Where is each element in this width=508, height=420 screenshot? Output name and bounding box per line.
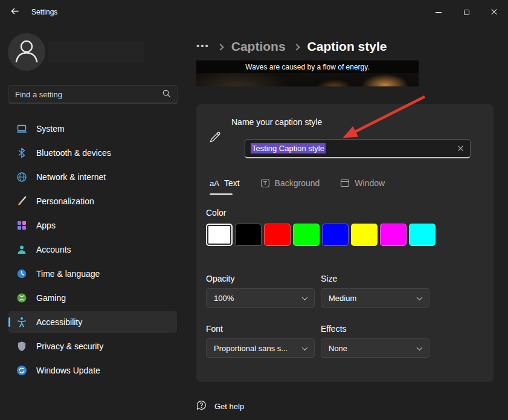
font-dropdown[interactable]: Proportional sans s... — [206, 338, 315, 358]
search-placeholder: Find a setting — [15, 90, 162, 99]
dropdown-value: 100% — [214, 294, 234, 303]
sidebar-item-label: Personalization — [36, 196, 94, 206]
dropdown-value: Proportional sans s... — [214, 344, 288, 353]
sidebar-item-network-internet[interactable]: Network & internet — [8, 166, 177, 188]
color-section-label: Color — [206, 208, 226, 218]
tab-label: Text — [224, 178, 240, 188]
color-swatch-green[interactable] — [293, 224, 320, 246]
chevron-down-icon — [417, 344, 423, 351]
sidebar-item-accessibility[interactable]: Accessibility — [8, 311, 177, 333]
window-title: Settings — [31, 8, 57, 16]
caption-preview-text: Waves are caused by a flow of energy. — [245, 63, 369, 71]
tab-window[interactable]: Window — [340, 174, 385, 192]
chevron-right-icon — [217, 44, 223, 50]
sidebar-item-accounts[interactable]: Accounts — [8, 239, 177, 260]
caption-name-input[interactable]: Testing Caption style — [245, 139, 471, 158]
color-swatch-white[interactable] — [206, 224, 233, 246]
sidebar-item-label: Apps — [36, 221, 56, 230]
field-label: Effects — [321, 324, 429, 334]
system-icon — [16, 123, 27, 134]
field-label: Size — [321, 274, 429, 283]
field-font: Font Proportional sans s... — [206, 324, 315, 358]
accessibility-icon — [16, 317, 27, 328]
sidebar-item-privacy-security[interactable]: Privacy & security — [8, 335, 177, 357]
active-tab-indicator — [210, 193, 233, 195]
dropdown-value: Medium — [329, 294, 356, 303]
breadcrumb: ••• Captions Caption style — [196, 35, 387, 58]
rename-icon — [208, 131, 222, 144]
color-swatch-black[interactable] — [235, 224, 262, 246]
xbox-icon — [16, 292, 27, 303]
minimize-button[interactable] — [425, 0, 452, 24]
field-size: Size Medium — [321, 274, 429, 308]
apps-grid-icon — [16, 220, 27, 231]
sidebar-item-label: Accessibility — [36, 317, 82, 327]
avatar[interactable] — [8, 33, 45, 71]
color-swatch-cyan[interactable] — [409, 224, 436, 246]
close-button[interactable] — [480, 0, 508, 24]
maximize-button[interactable] — [452, 0, 480, 24]
user-icon — [8, 32, 45, 72]
effects-dropdown[interactable]: None — [321, 338, 429, 358]
person-icon — [16, 244, 27, 255]
breadcrumb-ellipsis[interactable]: ••• — [196, 41, 210, 53]
search-input[interactable]: Find a setting — [8, 85, 178, 103]
sidebar-item-bluetooth-devices[interactable]: Bluetooth & devices — [8, 142, 177, 164]
back-button[interactable] — [4, 2, 25, 22]
tab-background[interactable]: Background — [260, 174, 320, 192]
color-swatches — [206, 224, 436, 246]
style-tabs: aA Text Background Window — [210, 174, 385, 192]
sidebar-item-label: Accounts — [36, 245, 71, 254]
sidebar-nav: System Bluetooth & devices Network & int… — [8, 118, 177, 384]
sidebar-item-label: System — [36, 124, 65, 134]
sidebar-item-label: Bluetooth & devices — [36, 148, 111, 158]
caption-preview: Waves are caused by a flow of energy. — [196, 60, 419, 86]
sidebar-item-time-language[interactable]: Time & language — [8, 263, 177, 285]
close-icon — [490, 8, 498, 16]
selection-indicator — [8, 317, 10, 327]
sidebar-item-system[interactable]: System — [8, 118, 177, 140]
caption-style-card: Name your caption style Testing Caption … — [196, 104, 494, 382]
maximize-icon — [464, 10, 469, 15]
field-effects: Effects None — [321, 324, 429, 358]
bluetooth-icon — [16, 147, 27, 158]
back-arrow-icon — [10, 7, 19, 18]
clock-icon — [16, 268, 27, 279]
settings-window: Settings Find a setting System — [0, 0, 508, 420]
chevron-down-icon — [302, 344, 308, 351]
caption-name-value: Testing Caption style — [251, 143, 326, 153]
sidebar-item-gaming[interactable]: Gaming — [8, 287, 177, 309]
paintbrush-icon — [16, 196, 27, 207]
field-label: Opacity — [206, 274, 315, 283]
dropdown-value: None — [329, 344, 347, 353]
text-aa-icon: aA — [210, 179, 219, 188]
chevron-right-icon — [293, 44, 300, 50]
user-name-placeholder — [48, 41, 144, 63]
clear-text-icon[interactable] — [455, 144, 465, 153]
window-icon — [340, 178, 350, 188]
breadcrumb-captions[interactable]: Captions — [231, 39, 286, 54]
sidebar-item-personalization[interactable]: Personalization — [8, 190, 177, 212]
background-icon — [260, 178, 270, 188]
color-swatch-magenta[interactable] — [380, 224, 407, 246]
minimize-icon — [436, 12, 442, 13]
color-swatch-blue[interactable] — [322, 224, 349, 246]
color-swatch-red[interactable] — [264, 224, 291, 246]
update-icon — [16, 365, 27, 376]
page-title: Caption style — [307, 39, 387, 54]
caption-name-label: Name your caption style — [231, 117, 322, 127]
color-swatch-yellow[interactable] — [351, 224, 378, 246]
search-icon — [162, 89, 171, 100]
sidebar-item-windows-update[interactable]: Windows Update — [8, 360, 177, 381]
get-help-link[interactable]: Get help — [196, 400, 244, 413]
tab-text[interactable]: aA Text — [210, 174, 240, 192]
window-controls — [425, 0, 508, 24]
sidebar-item-label: Gaming — [36, 293, 66, 303]
sidebar: Find a setting System Bluetooth & device… — [0, 24, 187, 420]
opacity-dropdown[interactable]: 100% — [206, 288, 315, 308]
titlebar: Settings — [0, 0, 508, 24]
shield-icon — [16, 341, 27, 352]
sidebar-item-apps[interactable]: Apps — [8, 215, 177, 236]
field-label: Font — [206, 324, 315, 334]
size-dropdown[interactable]: Medium — [321, 288, 429, 308]
